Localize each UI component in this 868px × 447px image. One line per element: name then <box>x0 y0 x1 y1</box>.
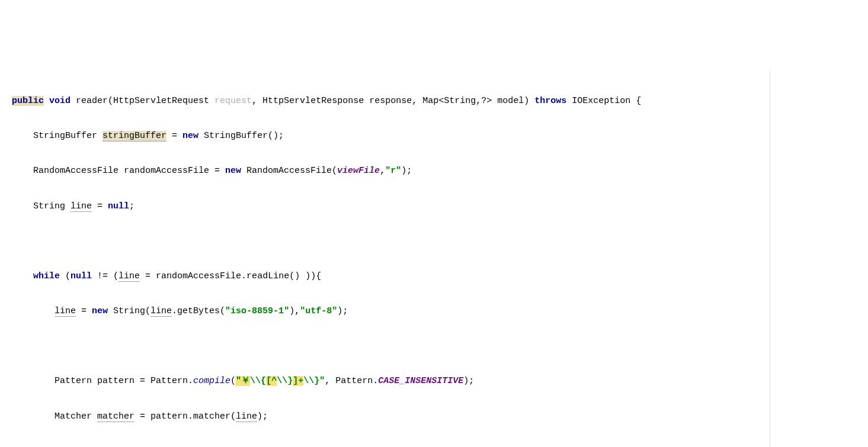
text: String <box>12 201 71 211</box>
text: = randomAccessFile.readLine() )){ <box>140 271 321 281</box>
static-field: CASE_INSENSITIVE <box>378 376 463 386</box>
text: ); <box>463 376 474 386</box>
sig-rest: , HttpServletResponse response, Map<Stri… <box>252 96 534 106</box>
var-ref: line <box>150 306 172 317</box>
keyword-null: null <box>71 271 92 281</box>
static-method: compile <box>193 376 230 386</box>
string-literal: "iso-8859-1" <box>225 306 289 316</box>
text: ; <box>129 201 134 211</box>
code-editor[interactable]: public void reader(HttpServletRequest re… <box>0 70 770 447</box>
var-decl: stringBuffer <box>103 131 166 142</box>
keyword-void: void <box>49 96 71 106</box>
text: ( <box>60 271 71 281</box>
text: RandomAccessFile( <box>241 166 337 176</box>
string-literal: \\{ <box>250 376 266 386</box>
text: = pattern.matcher( <box>134 411 236 422</box>
text: ), <box>289 306 300 316</box>
text: StringBuffer <box>12 131 103 141</box>
text: = <box>166 131 182 141</box>
code-line[interactable]: while (matcher.find()){ <box>0 443 770 447</box>
string-literal: "utf-8" <box>300 306 337 316</box>
text: = <box>92 201 108 211</box>
text: RandomAccessFile randomAccessFile = <box>12 166 225 176</box>
code-line[interactable]: String line = null; <box>0 198 770 216</box>
string-literal: \\} <box>303 376 319 386</box>
code-line[interactable]: Pattern pattern = Pattern.compile("￥\\{[… <box>0 372 770 390</box>
text: , <box>380 166 385 176</box>
string-literal: " <box>319 376 325 386</box>
text: ); <box>337 306 348 316</box>
text: = <box>76 306 92 316</box>
keyword-while: while <box>33 271 60 281</box>
string-literal: \\} <box>277 376 293 386</box>
code-line[interactable]: Matcher matcher = pattern.matcher(line); <box>0 408 770 426</box>
text: Matcher <box>12 411 97 422</box>
text: String( <box>108 306 150 316</box>
code-line[interactable] <box>0 337 770 355</box>
string-literal: "r" <box>385 166 401 176</box>
code-line[interactable]: public void reader(HttpServletRequest re… <box>0 92 770 110</box>
method-signature: reader(HttpServletRequest <box>71 96 214 106</box>
code-line[interactable]: while (null != (line = randomAccessFile.… <box>0 268 770 285</box>
indent <box>12 306 55 316</box>
string-literal: "￥ <box>236 376 250 386</box>
text: ( <box>230 376 236 386</box>
var-ref: line <box>55 306 76 317</box>
var-decl: line <box>71 201 92 212</box>
code-line[interactable]: StringBuffer stringBuffer = new StringBu… <box>0 127 770 145</box>
text: Pattern pattern = Pattern. <box>12 376 193 386</box>
field: viewFile <box>337 166 380 176</box>
unused-param: request <box>214 96 252 106</box>
keyword-new: new <box>92 306 108 316</box>
code-line[interactable] <box>0 233 770 250</box>
keyword-throws: throws <box>534 96 566 106</box>
text: ); <box>401 166 412 176</box>
var-ref: line <box>236 411 257 422</box>
text: ); <box>257 411 268 422</box>
exception: IOException { <box>566 96 641 106</box>
keyword-public: public <box>12 96 44 106</box>
code-line[interactable]: line = new String(line.getBytes("iso-885… <box>0 303 770 320</box>
string-literal: [^ <box>266 376 277 386</box>
code-line[interactable]: RandomAccessFile randomAccessFile = new … <box>0 162 770 180</box>
keyword-new: new <box>225 166 241 176</box>
var-ref: line <box>118 271 140 282</box>
indent <box>12 271 33 281</box>
text: .getBytes( <box>172 306 225 316</box>
text: , Pattern. <box>325 376 378 386</box>
keyword-new: new <box>182 131 198 141</box>
var-decl: matcher <box>97 411 134 422</box>
keyword-null: null <box>108 201 129 211</box>
text: != ( <box>92 271 118 281</box>
string-literal: ]+ <box>293 376 303 386</box>
text: StringBuffer(); <box>198 131 284 141</box>
